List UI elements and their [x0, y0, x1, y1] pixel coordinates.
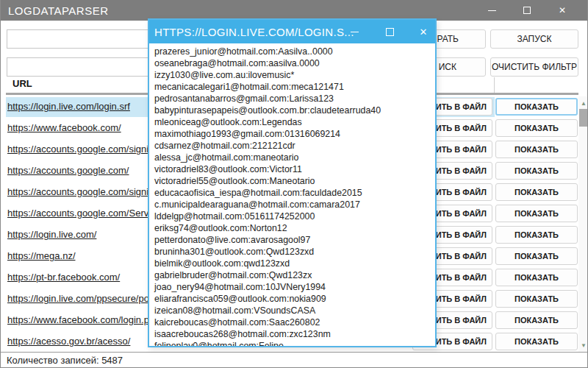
run-button[interactable]: ЗАПУСК — [490, 29, 578, 49]
url-link[interactable]: https://login.live.com/login.srf — [7, 101, 130, 112]
show-button[interactable]: ПОКАЗАТЬ — [495, 162, 578, 180]
show-button[interactable]: ПОКАЗАТЬ — [495, 269, 578, 286]
credential-line: educacaofisica_iespa@hotmail.com:faculda… — [154, 187, 430, 199]
show-button[interactable]: ПОКАЗАТЬ — [495, 247, 578, 265]
scroll-up-icon[interactable]: ▲ — [578, 98, 588, 108]
table-scrollbar[interactable]: ▲ ▼ — [578, 96, 588, 352]
credential-line: petterdonato@live.com:avarosagool97 — [154, 234, 430, 246]
show-button[interactable]: ПОКАЗАТЬ — [495, 205, 578, 222]
dialog-close-button[interactable]: ✕ — [414, 20, 433, 43]
credential-line: bielmik@outlook.com:qwd123zxd — [154, 258, 430, 269]
credentials-dialog: HTTPS://LOGIN.LIVE.COM/LOGIN.S... ✕ praz… — [148, 18, 437, 347]
show-button[interactable]: ПОКАЗАТЬ — [495, 226, 578, 244]
credential-line: c.municipaldearaguana@hotmail.com:camara… — [154, 199, 430, 210]
credential-line: victoradriel55@outlook.com:Maneotario — [154, 175, 430, 187]
credential-line: pedrosantanabarros@gmail.com:Larissa123 — [154, 93, 430, 105]
credential-line: alessa_jc@hotmail.com:maneotario — [154, 152, 430, 163]
url-link[interactable]: https://login.live.com/ppsecure/post — [7, 293, 157, 304]
url-column-header: URL — [12, 78, 32, 89]
minimize-icon — [351, 32, 359, 32]
show-button[interactable]: ПОКАЗАТЬ — [495, 290, 578, 308]
credential-line: bruninha301@outlook.com:Qwd123zxd — [154, 246, 430, 258]
url-link[interactable]: https://accounts.google.com/signin/ — [7, 144, 157, 155]
close-button[interactable]: ✕ — [551, 0, 573, 21]
credential-line: lddelgp@hotmail.com:05161174252000 — [154, 210, 430, 222]
credential-line: joao_nery94@hotmail.com:10JVNery1994 — [154, 281, 430, 293]
credential-line: gabrielbruder@hotmail.com:Qwd123zx — [154, 269, 430, 281]
header-column-divider — [494, 77, 495, 93]
url-link[interactable]: https://login.live.com/ — [7, 229, 96, 240]
url-link[interactable]: https://pt-br.facebook.com/ — [7, 272, 120, 283]
scrollbar-thumb[interactable] — [579, 109, 588, 127]
close-icon: ✕ — [559, 6, 566, 15]
credential-line: maximothiago1993@gmail.com:01316069214 — [154, 128, 430, 140]
show-button[interactable]: ПОКАЗАТЬ — [495, 183, 578, 201]
credential-line: eriksg74@outlook.com:Norton12 — [154, 222, 430, 234]
scroll-down-icon[interactable]: ▼ — [578, 340, 588, 350]
credential-line: izeican08@hotmail.com:VSoundsCASA — [154, 305, 430, 316]
dialog-title: HTTPS://LOGIN.LIVE.COM/LOGIN.S... — [154, 26, 354, 38]
credential-line: kaicreboucas@hotmail.com:Saac260802 — [154, 316, 430, 328]
url-link[interactable]: https://mega.nz/ — [7, 250, 76, 261]
statusbar-separator — [1, 352, 588, 353]
show-button[interactable]: ПОКАЗАТЬ — [495, 119, 578, 137]
show-button[interactable]: ПОКАЗАТЬ — [495, 141, 578, 158]
credential-line: izzy1030@live.com.au:ilovemusic* — [154, 69, 430, 81]
maximize-icon — [523, 7, 531, 14]
record-count-status: Количество записей: 5487 — [7, 355, 123, 366]
dialog-maximize-button[interactable] — [380, 20, 399, 43]
credential-line: cdsarnez@hotmail.com:212121cdr — [154, 140, 430, 152]
show-button[interactable]: ПОКАЗАТЬ — [495, 311, 578, 329]
dialog-minimize-button[interactable] — [345, 20, 364, 43]
url-link[interactable]: https://accounts.google.com/signin/ — [7, 186, 157, 197]
credentials-list: prazeres_junior@hotmail.com:Aasilva..000… — [149, 43, 435, 346]
credential-line: mecanicacalegari1@hotmail.com:meca121471 — [154, 81, 430, 93]
credential-line: victoradriel83@outlook.com:Victor11 — [154, 163, 430, 175]
credential-line: felipeplay0@hotmail.com:Felipe — [154, 340, 430, 346]
credential-line: eliarafrancisca059@outlook.com:nokia909 — [154, 293, 430, 305]
app-title: LOGDATAPARSER — [8, 4, 109, 17]
show-button[interactable]: ПОКАЗАТЬ — [495, 98, 578, 116]
minimize-button[interactable] — [481, 0, 503, 21]
url-link[interactable]: https://acesso.gov.br/acesso/ — [7, 336, 130, 347]
maximize-button[interactable] — [516, 0, 538, 21]
url-link[interactable]: https://accounts.google.com/Service — [7, 208, 161, 219]
credential-line: oseanebraga@hotmail.com:aasilva.0000 — [154, 57, 430, 69]
app-window: LOGDATAPARSER ✕ РАТЬ ЗАПУСК ИСК ОЧИСТИТЬ… — [0, 0, 588, 368]
close-icon: ✕ — [420, 27, 428, 37]
minimize-icon — [488, 10, 496, 11]
credential-line: babypinturasepapeis@outlook.com.br:claud… — [154, 105, 430, 116]
url-link[interactable]: https://www.facebook.com/login.php — [7, 314, 159, 325]
credential-line: isaacreboucas268@hotmail.com:zxc123nm — [154, 328, 430, 340]
clear-filter-button[interactable]: ОЧИСТИТЬ ФИЛЬТР — [490, 57, 578, 77]
credential-line: prazeres_junior@hotmail.com:Aasilva..000… — [154, 46, 430, 57]
credential-line: mleoniceag@outlook.com:Legendas — [154, 116, 430, 128]
url-link[interactable]: https://www.facebook.com/ — [7, 122, 121, 133]
url-link[interactable]: https://accounts.google.com/ — [7, 165, 129, 176]
maximize-icon — [386, 28, 394, 36]
show-button[interactable]: ПОКАЗАТЬ — [495, 333, 578, 350]
